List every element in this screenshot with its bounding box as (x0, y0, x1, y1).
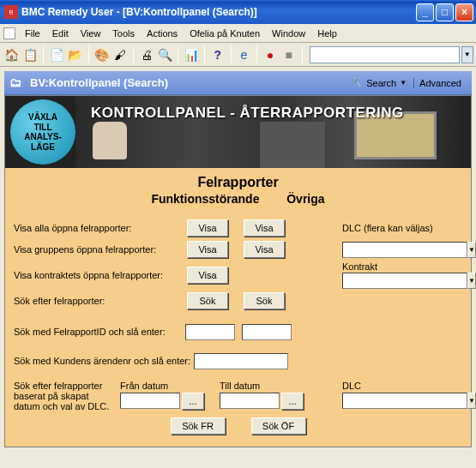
print-icon[interactable]: 🖨 (138, 45, 155, 64)
search-icon: 🔧 (351, 77, 363, 88)
record-icon[interactable]: ● (262, 45, 279, 64)
main-panel: VÄXLA TILL ANALYS- LÄGE KONTROLLPANEL - … (4, 95, 472, 447)
menu-window[interactable]: Window (266, 28, 311, 39)
till-datum-input[interactable] (220, 393, 280, 409)
heading-ovriga: Övriga (286, 192, 324, 206)
chevron-down-icon: ▼ (400, 79, 407, 87)
label-range: Sök efter felrapporter baserat på skapat… (14, 381, 115, 411)
label-dlc2: DLC (342, 381, 462, 391)
close-button[interactable]: × (455, 3, 473, 21)
brush-icon[interactable]: 🖌 (111, 45, 129, 64)
menu-edit[interactable]: Edit (46, 28, 75, 39)
heading-funktionsstorande: Funktionsstörande (151, 192, 259, 206)
sok-ov-button[interactable]: Sök (244, 292, 285, 309)
visa-grupp-ov-button[interactable]: Visa (244, 241, 285, 258)
dlc-combo[interactable] (342, 242, 467, 258)
toolbar-combo[interactable] (310, 46, 460, 63)
sok-of-button[interactable]: Sök ÖF (251, 417, 306, 435)
felrapportid-input-1[interactable] (185, 324, 235, 340)
paint-icon[interactable]: 🎨 (93, 45, 111, 64)
new-icon[interactable]: 📄 (48, 45, 65, 64)
minimize-button[interactable]: _ (416, 3, 434, 21)
headings: Felrapporter Funktionsstörande Övriga (5, 168, 471, 206)
visa-alla-fs-button[interactable]: Visa (187, 219, 228, 237)
fran-datum-input[interactable] (120, 393, 180, 409)
form-header: 🗂 BV:Kontrollpanel (Search) 🔧 Search ▼ A… (4, 71, 472, 95)
window-titlebar: R BMC Remedy User - [BV:Kontrollpanel (S… (0, 0, 476, 24)
ie-icon[interactable]: e (236, 45, 253, 64)
dlc-combo-drop[interactable]: ▼ (467, 242, 476, 258)
label-kontrakt: Kontrakt (342, 261, 462, 272)
label-kund: Sök med Kundens ärendenr och slå enter: (14, 356, 194, 366)
preview-icon[interactable]: 🔍 (157, 45, 174, 64)
menu-actions[interactable]: Actions (141, 28, 184, 39)
form-icon: 🗂 (9, 75, 25, 91)
kontrakt-combo-drop[interactable]: ▼ (467, 273, 476, 289)
label-fran: Från datum (120, 381, 204, 391)
menu-view[interactable]: View (75, 28, 107, 39)
app-icon: R (4, 5, 18, 19)
open-icon[interactable]: 📂 (67, 45, 84, 64)
sok-fr-button[interactable]: Sök FR (171, 417, 226, 435)
label-grupp: Visa gruppens öppna felrapporter: (14, 244, 185, 255)
banner-title: KONTROLLPANEL - ÅTERRAPPORTERING (91, 105, 462, 122)
label-sok: Sök efter felrapporter: (14, 296, 185, 306)
mode-switch-circle[interactable]: VÄXLA TILL ANALYS- LÄGE (10, 99, 75, 165)
toolbar-combo-drop[interactable]: ▼ (461, 46, 474, 63)
stop-icon[interactable]: ■ (280, 45, 298, 64)
sok-fs-button[interactable]: Sök (187, 292, 228, 309)
home-icon[interactable]: 🏠 (3, 45, 21, 64)
till-datum-picker[interactable]: ... (281, 393, 304, 410)
heading-felrapporter: Felrapporter (5, 175, 471, 190)
visa-kontrakt-button[interactable]: Visa (187, 267, 228, 284)
kund-arendenr-input[interactable] (194, 353, 288, 369)
menu-help[interactable]: Help (311, 28, 343, 39)
clipboard-icon[interactable]: 📋 (22, 45, 39, 64)
dlc-bottom-combo[interactable] (342, 393, 467, 409)
kontrakt-combo[interactable] (342, 273, 467, 289)
mdi-icon[interactable] (3, 27, 15, 39)
visa-grupp-fs-button[interactable]: Visa (187, 241, 228, 258)
maximize-button[interactable]: □ (436, 3, 454, 21)
form-title: BV:Kontrollpanel (Search) (30, 76, 168, 89)
circle-line: ANALYS- (24, 132, 62, 142)
label-alla: Visa alla öppna felrapporter: (14, 223, 185, 233)
menubar: File Edit View Tools Actions Ofelia på K… (0, 24, 476, 43)
fran-datum-picker[interactable]: ... (182, 393, 204, 410)
window-title: BMC Remedy User - [BV:Kontrollpanel (Sea… (21, 6, 414, 18)
label-kontrakt-open: Visa kontraktets öppna felrapporter: (14, 270, 185, 280)
circle-line: TILL (33, 123, 51, 133)
circle-line: VÄXLA (28, 112, 57, 123)
label-dlc: DLC (flera kan väljas) (342, 223, 462, 233)
label-till: Till datum (220, 381, 304, 391)
toolbar: 🏠 📋 📄 📂 🎨 🖌 🖨 🔍 📊 ? e ● ■ ▼ (0, 43, 476, 67)
search-label: Search (366, 78, 396, 88)
menu-ofelia[interactable]: Ofelia på Knuten (184, 28, 266, 39)
advanced-link[interactable]: Advanced (413, 78, 467, 88)
felrapportid-input-2[interactable] (242, 324, 292, 340)
banner: VÄXLA TILL ANALYS- LÄGE KONTROLLPANEL - … (5, 96, 471, 168)
menu-file[interactable]: File (19, 28, 46, 39)
label-fid: Sök med FelrapportID och slå enter: (14, 327, 185, 337)
circle-line: LÄGE (31, 142, 55, 153)
search-button[interactable]: 🔧 Search ▼ (347, 77, 410, 88)
dlc-bottom-combo-drop[interactable]: ▼ (467, 393, 476, 409)
visa-alla-ov-button[interactable]: Visa (244, 219, 285, 237)
report-icon[interactable]: 📊 (183, 45, 200, 64)
menu-tools[interactable]: Tools (106, 28, 141, 39)
help-icon[interactable]: ? (209, 45, 226, 64)
